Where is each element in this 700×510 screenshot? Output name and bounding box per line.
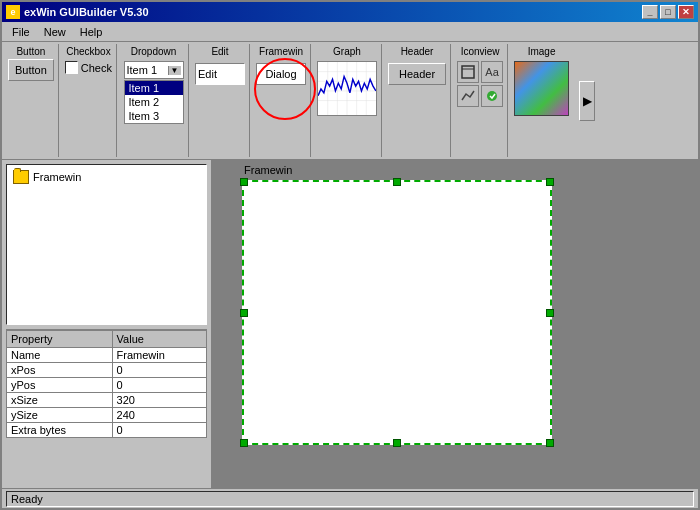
icon-cell-4[interactable] [481,85,503,107]
toolbar-label-header: Header [401,46,434,57]
toolbar-scroll-right-button[interactable]: ▶ [579,81,595,121]
close-button[interactable]: ✕ [678,5,694,19]
property-row[interactable]: ySize240 [7,408,207,423]
resize-handle-tr[interactable] [546,178,554,186]
property-name: xSize [7,393,113,408]
checkbox-label: Check [81,62,112,74]
tree-item-framewin[interactable]: Framewin [11,169,202,185]
icon-cell-1[interactable] [457,61,479,83]
toolbar-section-edit: Edit Edit [191,44,250,157]
toolbar-section-graph: Graph [313,44,382,157]
app-icon: e [6,5,20,19]
property-row[interactable]: yPos0 [7,378,207,393]
property-value: 320 [112,393,206,408]
toolbar-label-button: Button [16,46,45,57]
graph-svg [318,62,376,115]
checkbox-box[interactable] [65,61,78,74]
minimize-button[interactable]: _ [642,5,658,19]
property-name: Name [7,348,113,363]
property-value: Framewin [112,348,206,363]
svg-point-12 [487,91,497,101]
status-bar: Ready [2,488,698,508]
props-col-value: Value [112,331,206,348]
button-widget-btn[interactable]: Button [8,59,54,81]
canvas-area[interactable]: Framewin [212,160,698,488]
resize-handle-tl[interactable] [240,178,248,186]
title-bar: e exWin GUIBuilder V5.30 _ □ ✕ [2,2,698,22]
property-name: yPos [7,378,113,393]
main-window: e exWin GUIBuilder V5.30 _ □ ✕ File New … [0,0,700,510]
toolbar-label-dropdown: Dropdown [131,46,177,57]
dropdown-selected-value: Item 1 [127,64,158,76]
image-widget[interactable] [514,61,569,116]
dropdown-list: Item 1 Item 2 Item 3 [124,80,184,124]
toolbar-section-dropdown: Dropdown Item 1 ▼ Item 1 Item 2 Item 3 [119,44,189,157]
iconview-widget: Aa [457,61,503,107]
dropdown-arrow-icon: ▼ [168,66,181,75]
toolbar-label-edit: Edit [211,46,228,57]
dropdown-item-2[interactable]: Item 2 [125,95,183,109]
toolbar-label-graph: Graph [333,46,361,57]
toolbar-section-button: Button Button [4,44,59,157]
edit-value: Edit [198,68,217,80]
resize-handle-bl[interactable] [240,439,248,447]
toolbar-section-iconview: Iconview Aa [453,44,508,157]
property-row[interactable]: Extra bytes0 [7,423,207,438]
title-buttons: _ □ ✕ [642,5,694,19]
graph-widget[interactable] [317,61,377,116]
folder-icon [13,170,29,184]
property-row[interactable]: xPos0 [7,363,207,378]
dropdown-select[interactable]: Item 1 ▼ [124,61,184,79]
toolbar-label-framewin: Framewin [259,46,303,57]
toolbar: Button Button Checkbox Check Dropdown It… [2,42,698,160]
edit-widget[interactable]: Edit [195,63,245,85]
maximize-button[interactable]: □ [660,5,676,19]
left-panel: Framewin Property Value NameFramewinxPos… [2,160,212,488]
canvas-frame: Framewin [242,180,552,445]
resize-handle-tc[interactable] [393,178,401,186]
toolbar-arrow-section: ▶ [575,44,599,157]
icon-cell-3[interactable] [457,85,479,107]
window-title: exWin GUIBuilder V5.30 [24,6,149,18]
resize-handle-ml[interactable] [240,309,248,317]
menu-help[interactable]: Help [74,24,109,40]
property-name: ySize [7,408,113,423]
tree-area[interactable]: Framewin [6,164,207,325]
resize-handle-mr[interactable] [546,309,554,317]
icon-cell-2[interactable]: Aa [481,61,503,83]
menu-bar: File New Help [2,22,698,42]
svg-rect-10 [462,66,474,78]
toolbar-section-framewin: Framewin Dialog [252,44,311,157]
toolbar-label-image: Image [528,46,556,57]
properties-panel: Property Value NameFramewinxPos0yPos0xSi… [6,329,207,484]
property-value: 0 [112,423,206,438]
property-value: 0 [112,378,206,393]
checkbox-widget: Check [65,61,112,74]
canvas-frame-title: Framewin [244,164,292,176]
dialog-button[interactable]: Dialog [256,63,306,85]
title-bar-left: e exWin GUIBuilder V5.30 [6,5,149,19]
property-name: xPos [7,363,113,378]
property-row[interactable]: xSize320 [7,393,207,408]
resize-handle-br[interactable] [546,439,554,447]
property-row[interactable]: NameFramewin [7,348,207,363]
toolbar-section-header: Header Header [384,44,451,157]
toolbar-label-checkbox: Checkbox [66,46,110,57]
main-area: Framewin Property Value NameFramewinxPos… [2,160,698,488]
image-preview [515,62,568,115]
menu-new[interactable]: New [38,24,72,40]
toolbar-section-checkbox: Checkbox Check [61,44,117,157]
dropdown-item-3[interactable]: Item 3 [125,109,183,123]
dropdown-widget: Item 1 ▼ Item 1 Item 2 Item 3 [124,61,184,124]
status-text: Ready [6,491,694,507]
toolbar-label-iconview: Iconview [461,46,500,57]
menu-file[interactable]: File [6,24,36,40]
tree-item-label: Framewin [33,171,81,183]
property-value: 240 [112,408,206,423]
property-value: 0 [112,363,206,378]
header-widget-btn[interactable]: Header [388,63,446,85]
resize-handle-bc[interactable] [393,439,401,447]
props-col-property: Property [7,331,113,348]
toolbar-section-image: Image [510,44,573,157]
dropdown-item-1[interactable]: Item 1 [125,81,183,95]
